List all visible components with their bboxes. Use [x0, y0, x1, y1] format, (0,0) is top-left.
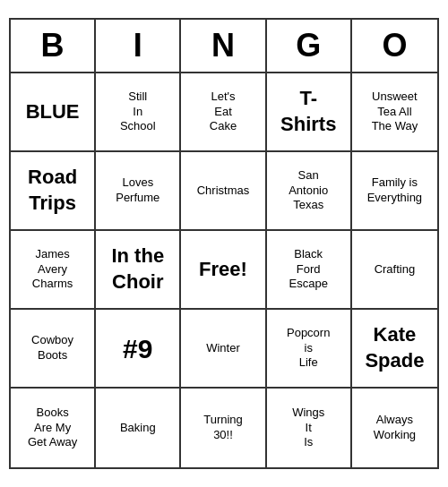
bingo-cell-10: JamesAveryCharms: [11, 231, 96, 310]
bingo-header-letter: I: [96, 20, 181, 72]
bingo-cell-23: WingsItIs: [267, 389, 352, 467]
bingo-cell-24: AlwaysWorking: [352, 389, 437, 467]
bingo-grid: BLUEStillInSchoolLet'sEatCakeT-ShirtsUns…: [11, 73, 437, 467]
bingo-cell-3: T-Shirts: [267, 73, 352, 152]
bingo-header: BINGO: [11, 20, 437, 73]
bingo-cell-15: CowboyBoots: [11, 310, 96, 389]
bingo-cell-12: Free!: [181, 231, 266, 310]
bingo-header-letter: O: [352, 20, 437, 72]
bingo-cell-2: Let'sEatCake: [181, 73, 266, 152]
bingo-cell-22: Turning30!!: [181, 389, 266, 467]
bingo-cell-18: PopcornisLife: [267, 310, 352, 389]
bingo-cell-14: Crafting: [352, 231, 437, 310]
bingo-cell-5: RoadTrips: [11, 152, 96, 231]
bingo-cell-13: BlackFordEscape: [267, 231, 352, 310]
bingo-cell-7: Christmas: [181, 152, 266, 231]
bingo-cell-17: Winter: [181, 310, 266, 389]
bingo-header-letter: B: [11, 20, 96, 72]
bingo-header-letter: G: [267, 20, 352, 72]
bingo-cell-9: Family isEverything: [352, 152, 437, 231]
bingo-cell-16: #9: [96, 310, 181, 389]
bingo-cell-21: Baking: [96, 389, 181, 467]
bingo-cell-6: LovesPerfume: [96, 152, 181, 231]
bingo-cell-8: SanAntonioTexas: [267, 152, 352, 231]
bingo-cell-19: KateSpade: [352, 310, 437, 389]
bingo-cell-20: BooksAre MyGet Away: [11, 389, 96, 467]
bingo-cell-4: UnsweetTea AllThe Way: [352, 73, 437, 152]
bingo-cell-0: BLUE: [11, 73, 96, 152]
bingo-header-letter: N: [181, 20, 266, 72]
bingo-cell-1: StillInSchool: [96, 73, 181, 152]
bingo-cell-11: In theChoir: [96, 231, 181, 310]
bingo-card: BINGO BLUEStillInSchoolLet'sEatCakeT-Shi…: [9, 18, 439, 469]
